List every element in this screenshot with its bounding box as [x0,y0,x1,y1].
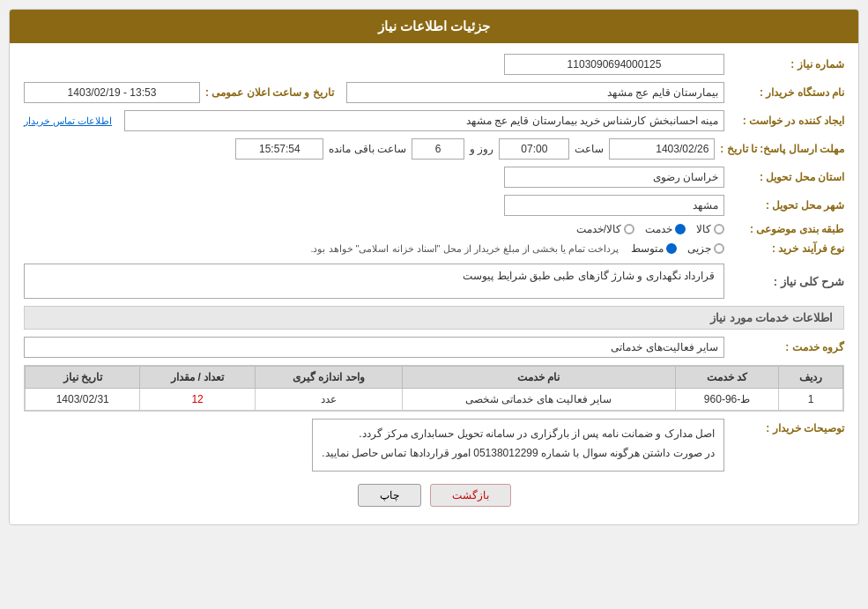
buyer-notes-line2: در صورت داشتن هرگونه سوال با شماره 05138… [322,444,715,464]
table-row: 1ط-96-960سایر فعالیت های خدماتی شخصیعدد1… [26,389,843,411]
table-cell: 12 [140,389,255,411]
category-option-both[interactable]: کالا/خدمت [576,223,634,235]
action-buttons: بازگشت چاپ [24,484,844,507]
purchase-type-medium[interactable]: متوسط [631,242,677,255]
buyer-org-value: بیمارستان قایم عج مشهد [346,82,724,103]
services-table-wrapper: ردیف کد خدمت نام خدمت واحد اندازه گیری ت… [24,365,844,412]
purchase-type-partial-label: جزیی [687,242,711,255]
buyer-notes-content: اصل مدارک و ضمانت نامه پس از بارگزاری در… [312,419,724,472]
buyer-notes-line1: اصل مدارک و ضمانت نامه پس از بارگزاری در… [322,425,715,444]
purchase-type-radio-medium [666,243,677,254]
service-group-value: سایر فعالیت‌های خدماتی [24,337,724,358]
category-option-goods[interactable]: کالا [696,223,724,235]
response-time-label: ساعت [575,143,604,155]
city-value: مشهد [504,195,724,216]
announcement-label: تاریخ و ساعت اعلان عمومی : [205,86,334,99]
col-code: کد خدمت [675,367,778,389]
table-cell: 1 [779,389,843,411]
response-deadline-label: مهلت ارسال پاسخ: تا تاریخ : [720,143,844,155]
purchase-type-partial[interactable]: جزیی [687,242,724,255]
category-both-label: کالا/خدمت [576,223,621,235]
purchase-type-medium-label: متوسط [631,242,664,255]
print-button[interactable]: چاپ [358,484,421,507]
purchase-type-radio-partial [714,243,724,254]
services-table: ردیف کد خدمت نام خدمت واحد اندازه گیری ت… [25,366,843,411]
category-radio-both [624,224,634,234]
buyer-org-label: نام دستگاه خریدار : [730,86,844,99]
need-number-value: 1103090694000125 [504,54,724,75]
col-name: نام خدمت [402,367,675,389]
category-goods-label: کالا [696,223,711,235]
col-date: تاریخ نیاز [26,367,140,389]
province-value: خراسان رضوی [504,167,724,188]
buyer-notes-label: توصیحات خریدار : [730,419,844,434]
contract-value: قرارداد نگهداری و شارژ گازهای طبی طبق شر… [24,264,724,299]
purchase-type-label: نوع فرآیند خرید : [730,242,844,255]
response-days-label: روز و [470,143,493,155]
response-time: 07:00 [499,138,569,160]
table-cell: عدد [255,389,402,411]
response-remaining-time: 15:57:54 [235,138,323,160]
category-radio-goods [714,224,724,234]
response-remaining-label: ساعت باقی مانده [329,143,406,155]
response-date: 1403/02/26 [609,138,715,160]
need-number-label: شماره نیاز : [730,58,844,71]
category-service-label: خدمت [645,223,672,235]
table-cell: سایر فعالیت های خدماتی شخصی [402,389,675,411]
service-group-label: گروه خدمت : [730,341,844,353]
contact-info-link[interactable]: اطلاعات تماس خریدار [24,115,112,127]
creator-value: مینه احسانبخش کارشناس خرید بیمارستان قای… [124,110,724,131]
announcement-value: 1403/02/19 - 13:53 [24,82,200,103]
contract-title: شرح کلی نیاز : [730,275,844,288]
province-label: استان محل تحویل : [730,171,844,183]
col-index: ردیف [779,367,843,389]
creator-label: ایجاد کننده در خواست : [730,115,844,127]
table-cell: 1403/02/31 [26,389,140,411]
purchase-type-note: پرداخت تمام یا بخشی از مبلغ خریدار از مح… [310,243,619,255]
category-radio-service [675,224,686,234]
col-unit: واحد اندازه گیری [255,367,402,389]
category-label: طبقه بندی موضوعی : [730,223,844,235]
col-qty: تعداد / مقدار [140,367,255,389]
response-days: 6 [412,138,464,160]
category-option-service[interactable]: خدمت [645,223,686,235]
category-radio-group: کالا خدمت کالا/خدمت [576,223,724,235]
purchase-type-radio-group: جزیی متوسط [631,242,724,255]
city-label: شهر محل تحویل : [730,199,844,212]
table-cell: ط-96-960 [675,389,778,411]
services-section-title: اطلاعات خدمات مورد نیاز [24,306,844,330]
page-title: جزئیات اطلاعات نیاز [10,10,858,43]
back-button[interactable]: بازگشت [430,484,511,507]
